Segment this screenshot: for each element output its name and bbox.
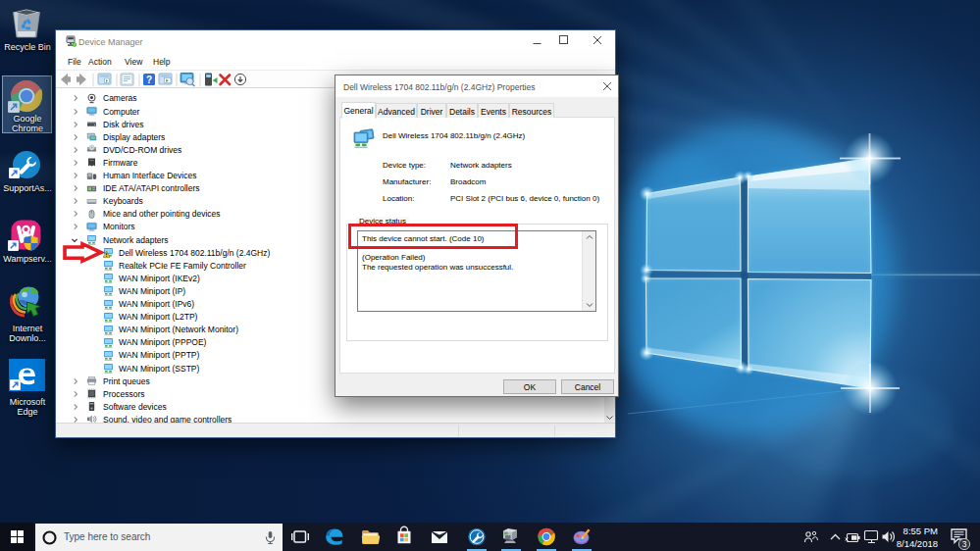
svg-text:3: 3 (962, 539, 967, 549)
svg-text:?: ? (146, 75, 152, 85)
